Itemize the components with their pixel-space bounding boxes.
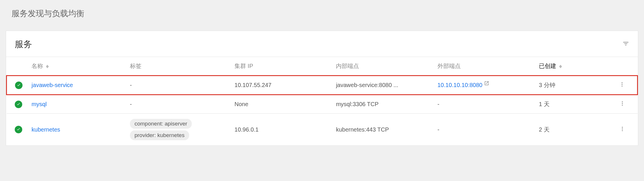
svg-point-5	[622, 105, 623, 106]
actions-cell	[612, 114, 638, 146]
external-link-icon[interactable]	[484, 81, 489, 87]
table-row: mysql-Nonemysql:3306 TCP-1 天	[7, 95, 638, 114]
header-cluster-ip: 集群 IP	[232, 57, 333, 76]
check-circle-icon	[15, 101, 22, 108]
header-external: 外部端点	[435, 57, 536, 76]
header-created[interactable]: 已创建	[536, 57, 612, 76]
svg-point-2	[621, 86, 622, 86]
status-cell	[7, 114, 29, 146]
svg-point-7	[622, 128, 623, 129]
cluster-ip-cell: None	[232, 95, 333, 114]
service-link[interactable]: mysql	[31, 101, 46, 107]
svg-point-6	[622, 127, 623, 128]
internal-cell: kubernetes:443 TCP	[333, 114, 434, 146]
external-link[interactable]: 10.10.10.10:8080	[438, 82, 483, 88]
external-cell: -	[435, 114, 536, 146]
filter-icon[interactable]	[622, 40, 629, 49]
labels-cell: component: apiserverprovider: kubernetes	[127, 114, 232, 146]
status-cell	[7, 76, 29, 95]
internal-cell: mysql:3306 TCP	[333, 95, 434, 114]
external-cell: -	[435, 95, 536, 114]
table-row: javaweb-service-10.107.55.247javaweb-ser…	[7, 76, 638, 95]
more-vert-icon[interactable]	[619, 101, 625, 108]
header-actions	[612, 57, 638, 76]
name-cell: kubernetes	[29, 114, 127, 146]
name-cell: mysql	[29, 95, 127, 114]
check-circle-icon	[15, 82, 23, 89]
sort-icon	[46, 65, 49, 68]
labels-cell: -	[127, 76, 232, 95]
svg-point-8	[622, 130, 623, 131]
table-header-row: 名称 标签 集群 IP 内部端点 外部端点 已创建	[7, 57, 638, 76]
actions-cell	[612, 95, 638, 114]
header-status	[7, 57, 29, 76]
header-created-label: 已创建	[539, 63, 556, 69]
header-name[interactable]: 名称	[29, 57, 127, 76]
status-cell	[7, 95, 29, 114]
service-link[interactable]: javaweb-service	[31, 82, 73, 88]
service-link[interactable]: kubernetes	[31, 126, 60, 133]
labels-container: component: apiserverprovider: kubernetes	[130, 119, 229, 140]
services-table: 名称 标签 集群 IP 内部端点 外部端点 已创建	[6, 57, 638, 145]
more-vert-icon[interactable]	[619, 127, 625, 133]
actions-cell	[612, 76, 638, 95]
svg-point-3	[622, 101, 623, 102]
card-header: 服务	[6, 31, 638, 57]
header-internal: 内部端点	[333, 57, 434, 76]
name-cell: javaweb-service	[29, 76, 127, 95]
external-endpoint: 10.10.10.10:8080	[438, 82, 489, 88]
cluster-ip-cell: 10.96.0.1	[232, 114, 333, 146]
services-card: 服务 名称 标签 集群 IP 内部端点 外部端点 已创建	[6, 31, 638, 146]
header-name-label: 名称	[31, 63, 43, 69]
header-labels: 标签	[127, 57, 232, 76]
created-cell: 2 天	[536, 114, 612, 146]
label-chip: component: apiserver	[130, 119, 192, 129]
svg-point-1	[621, 84, 622, 85]
svg-point-0	[621, 82, 622, 83]
created-cell: 1 天	[536, 95, 612, 114]
external-cell: 10.10.10.10:8080	[435, 76, 536, 95]
more-vert-icon[interactable]	[619, 82, 625, 88]
card-title: 服务	[15, 38, 32, 50]
check-circle-icon	[15, 126, 22, 133]
cluster-ip-cell: 10.107.55.247	[232, 76, 333, 95]
labels-cell: -	[127, 95, 232, 114]
label-chip: provider: kubernetes	[130, 130, 189, 140]
created-cell: 3 分钟	[536, 76, 612, 95]
svg-point-4	[622, 103, 623, 104]
page-title: 服务发现与负载均衡	[0, 0, 644, 25]
table-row: kubernetescomponent: apiserverprovider: …	[7, 114, 638, 146]
internal-cell: javaweb-service:8080 ...	[333, 76, 434, 95]
sort-icon	[559, 65, 562, 68]
